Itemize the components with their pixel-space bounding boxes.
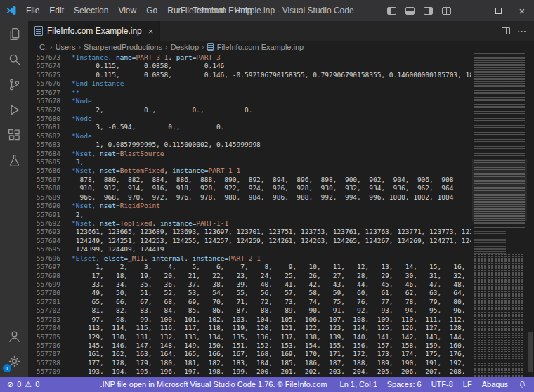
- code-line[interactable]: 557698 17, 18, 19, 20, 21, 22, 23, 24, 2…: [28, 272, 471, 280]
- code-line[interactable]: 557692*Nset, nset=TopFixed, instance=PAR…: [28, 219, 471, 228]
- status-item[interactable]: Abaqus: [482, 380, 508, 388]
- menu-file[interactable]: File: [21, 0, 44, 21]
- breadcrumb-item[interactable]: FileInfo.com Example.inp: [206, 43, 306, 51]
- tab-close-icon[interactable]: ×: [148, 27, 154, 36]
- code-text: 97, 98, 99, 100, 101, 102, 103, 104, 105…: [72, 315, 471, 324]
- code-line[interactable]: 557689 966, 968, 970, 972, 976, 978, 980…: [28, 193, 471, 202]
- menu-view[interactable]: View: [113, 0, 141, 21]
- line-number: 557702: [28, 306, 72, 315]
- code-line[interactable]: 557679 2, 0., 0., 0.: [28, 106, 471, 115]
- maximize-button[interactable]: [486, 0, 510, 21]
- line-number: 557695: [28, 245, 72, 254]
- settings-gear-icon[interactable]: 1: [0, 348, 28, 374]
- line-number: 557689: [28, 193, 72, 202]
- code-line[interactable]: 557709 193, 194, 195, 196, 197, 198, 199…: [28, 367, 471, 376]
- code-line[interactable]: 557690*Nset, nset=RigidPoint: [28, 202, 471, 210]
- extensions-icon[interactable]: [0, 122, 28, 148]
- code-text: 123661, 123665, 123689, 123693, 123697, …: [72, 228, 471, 236]
- problems-indicator[interactable]: ⊘ 0 ⚠ 0: [7, 380, 39, 389]
- minimap-grid-block: [474, 254, 525, 377]
- code-line[interactable]: 557675 0.115, 0.0858, 0.146, -0.59210679…: [28, 71, 471, 79]
- code-line[interactable]: 557676*End Instance: [28, 79, 471, 88]
- code-line[interactable]: 557696*Elset, elset=_M11, internal, inst…: [28, 254, 471, 263]
- code-line[interactable]: 557706 145, 146, 147, 148, 149, 150, 151…: [28, 341, 471, 350]
- status-item[interactable]: LF: [463, 380, 472, 388]
- chevron-right-icon: ›: [77, 43, 82, 51]
- notifications-bell-icon[interactable]: [518, 380, 527, 389]
- code-line[interactable]: 557705 129, 130, 131, 132, 133, 134, 135…: [28, 333, 471, 341]
- menu-edit[interactable]: Edit: [44, 0, 69, 21]
- breadcrumb-item[interactable]: Users: [54, 43, 77, 51]
- code-line[interactable]: 557708 177, 178, 179, 180, 181, 182, 183…: [28, 359, 471, 367]
- line-number: 557706: [28, 341, 72, 350]
- accounts-icon[interactable]: [0, 323, 28, 348]
- code-line[interactable]: 557697 1, 2, 3, 4, 5, 6, 7, 8, 9, 10, 11…: [28, 263, 471, 271]
- search-icon[interactable]: [0, 46, 28, 72]
- code-line[interactable]: 557695 124399, 124409, 124419: [28, 245, 471, 254]
- code-line[interactable]: 557704 113, 114, 115, 116, 117, 118, 119…: [28, 324, 471, 332]
- workbench: 1 FileInfo.com Example.inp × ⋯ C:›Users›…: [0, 21, 534, 377]
- minimap-slider[interactable]: [472, 159, 527, 221]
- code-line[interactable]: 557681 3, -0.594, 0., 0.: [28, 123, 471, 131]
- code-line[interactable]: 557683 1, 0.0857999995, 0.115000002, 0.1…: [28, 141, 471, 149]
- activity-bar-bottom: 1: [0, 323, 28, 377]
- menu-selection[interactable]: Selection: [69, 0, 113, 21]
- line-number: 557678: [28, 97, 72, 105]
- scrollbar-thumb[interactable]: [528, 332, 533, 372]
- testing-icon[interactable]: [0, 148, 28, 173]
- toggle-panel-icon[interactable]: [400, 0, 419, 21]
- tab-label: FileInfo.com Example.inp: [47, 26, 142, 36]
- source-control-icon[interactable]: [0, 72, 28, 97]
- explorer-icon[interactable]: [0, 21, 28, 46]
- tab-actions: ⋯: [502, 21, 534, 41]
- code-line[interactable]: 557685 3,: [28, 158, 471, 166]
- code-line[interactable]: 557682*Node: [28, 132, 471, 141]
- vertical-scrollbar[interactable]: [527, 53, 534, 377]
- code-line[interactable]: 557680*Node: [28, 115, 471, 123]
- code-line[interactable]: 557684*Nset, nset=BlastSource: [28, 150, 471, 158]
- minimize-button[interactable]: [462, 0, 486, 21]
- code-line[interactable]: 557699 33, 34, 35, 36, 37, 38, 39, 40, 4…: [28, 280, 471, 289]
- breadcrumb-item[interactable]: Desktop: [169, 43, 200, 51]
- breadcrumb-item[interactable]: C:: [38, 43, 48, 51]
- chevron-right-icon: ›: [48, 43, 54, 51]
- code-lines: 557673*Instance, name=PART-3-1, part=PAR…: [28, 53, 471, 377]
- code-line[interactable]: 557688 910, 912, 914, 916, 918, 920, 922…: [28, 184, 471, 192]
- minimap[interactable]: [472, 53, 527, 377]
- code-line[interactable]: 557700 49, 50, 51, 52, 53, 54, 55, 56, 5…: [28, 289, 471, 297]
- code-line[interactable]: 557703 97, 98, 99, 100, 101, 102, 103, 1…: [28, 315, 471, 324]
- customize-layout-icon[interactable]: [437, 0, 455, 21]
- code-text: 145, 146, 147, 148, 149, 150, 151, 152, …: [72, 341, 471, 350]
- editor[interactable]: 557673*Instance, name=PART-3-1, part=PAR…: [28, 53, 534, 377]
- toggle-secondary-sidebar-icon[interactable]: [419, 0, 437, 21]
- status-item[interactable]: Spaces: 6: [387, 380, 422, 388]
- warning-icon: ⚠: [25, 380, 32, 389]
- code-line[interactable]: 557687 878, 880, 882, 884, 886, 888, 890…: [28, 176, 471, 184]
- code-line[interactable]: 557702 81, 82, 83, 84, 85, 86, 87, 88, 8…: [28, 306, 471, 315]
- split-editor-icon[interactable]: [502, 27, 510, 34]
- code-line[interactable]: 557691 2,: [28, 211, 471, 219]
- close-window-button[interactable]: ×: [510, 0, 534, 21]
- code-line[interactable]: 557686*Nset, nset=BottomFixed, instance=…: [28, 166, 471, 175]
- line-number: 557674: [28, 62, 72, 70]
- run-debug-icon[interactable]: [0, 97, 28, 122]
- menu-go[interactable]: Go: [141, 0, 162, 21]
- tab-fileinfo-example[interactable]: FileInfo.com Example.inp ×: [28, 21, 160, 41]
- code-line[interactable]: 557677**: [28, 89, 471, 97]
- more-actions-icon[interactable]: ⋯: [517, 26, 527, 37]
- code-line[interactable]: 557673*Instance, name=PART-3-1, part=PAR…: [28, 53, 471, 62]
- code-line[interactable]: 557701 65, 66, 67, 68, 69, 70, 71, 72, 7…: [28, 298, 471, 306]
- code-text: 65, 66, 67, 68, 69, 70, 71, 72, 73, 74, …: [72, 298, 471, 306]
- status-item[interactable]: Ln 1, Col 1: [340, 380, 377, 388]
- code-line[interactable]: 557693 123661, 123665, 123689, 123693, 1…: [28, 228, 471, 236]
- code-line[interactable]: 557707 161, 162, 163, 164, 165, 166, 167…: [28, 350, 471, 358]
- status-item[interactable]: UTF-8: [431, 380, 453, 388]
- chevron-right-icon: ›: [164, 43, 169, 51]
- breadcrumb-item[interactable]: SharpenedProductions: [82, 43, 164, 51]
- code-line[interactable]: 557694 124249, 124251, 124253, 124255, 1…: [28, 237, 471, 245]
- code-line[interactable]: 557678*Node: [28, 97, 471, 105]
- status-message: .INP file open in Microsoft Visual Studi…: [100, 380, 327, 388]
- code-line[interactable]: 557674 0.115, 0.0858, 0.146: [28, 62, 471, 70]
- toggle-sidebar-icon[interactable]: [382, 0, 400, 21]
- tab-bar: FileInfo.com Example.inp × ⋯: [28, 21, 534, 41]
